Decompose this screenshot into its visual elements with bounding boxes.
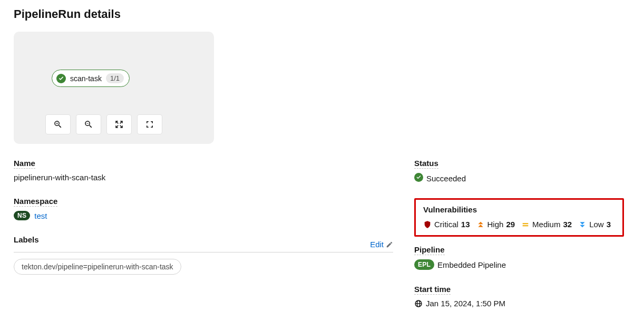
vuln-low: Low 3 [578, 220, 611, 229]
status-value: Succeeded [426, 174, 466, 183]
namespace-label: Namespace [14, 197, 57, 207]
shield-icon [423, 220, 432, 229]
status-label: Status [414, 159, 438, 169]
fit-button[interactable] [106, 114, 132, 134]
name-label: Name [14, 159, 35, 169]
task-node-label: scan-task [70, 74, 102, 83]
task-step-count-badge: 1/1 [106, 73, 124, 83]
labels-label: Labels [14, 235, 39, 245]
edit-labels-text: Edit [370, 240, 384, 249]
zoom-out-icon [84, 120, 93, 129]
fullscreen-button[interactable] [137, 114, 162, 134]
vuln-medium: Medium 32 [521, 220, 572, 229]
fullscreen-icon [145, 120, 154, 129]
double-chevron-down-icon [578, 220, 587, 229]
zoom-out-button[interactable] [76, 114, 101, 134]
details-left-column: Name pipelinerun-with-scan-task Namespac… [14, 159, 393, 311]
pipeline-visualization-panel: scan-task 1/1 [14, 32, 214, 144]
pipeline-label: Pipeline [414, 245, 445, 255]
viz-toolbar [45, 114, 162, 134]
page-title: PipelineRun details [14, 7, 630, 21]
label-chip[interactable]: tekton.dev/pipeline=pipelinerun-with-sca… [14, 259, 181, 275]
zoom-in-button[interactable] [45, 114, 71, 134]
namespace-badge: NS [14, 211, 30, 220]
vuln-critical: Critical 13 [423, 220, 470, 229]
pipeline-type-badge: EPL [414, 259, 434, 270]
edit-labels-button[interactable]: Edit [370, 240, 393, 249]
vulnerabilities-callout: Vulnerabilities Critical 13 High 29 Medi… [414, 198, 624, 237]
zoom-in-icon [53, 120, 63, 129]
start-time-value: Jan 15, 2024, 1:50 PM [426, 299, 505, 308]
task-node-scan-task[interactable]: scan-task 1/1 [52, 70, 130, 87]
check-circle-icon [56, 74, 66, 83]
pipeline-value: Embedded Pipeline [437, 260, 506, 269]
check-circle-icon [414, 173, 423, 183]
vulnerabilities-label: Vulnerabilities [423, 205, 477, 215]
name-value: pipelinerun-with-scan-task [14, 173, 393, 182]
details-right-column: Status Succeeded Vulnerabilities Critica… [414, 159, 630, 311]
expand-arrows-icon [114, 120, 124, 129]
start-time-label: Start time [414, 285, 451, 295]
globe-icon [414, 299, 423, 308]
equals-icon [521, 220, 530, 229]
pencil-icon [386, 241, 393, 248]
namespace-link[interactable]: test [34, 211, 47, 220]
double-chevron-up-icon [476, 220, 485, 229]
vuln-high: High 29 [476, 220, 515, 229]
